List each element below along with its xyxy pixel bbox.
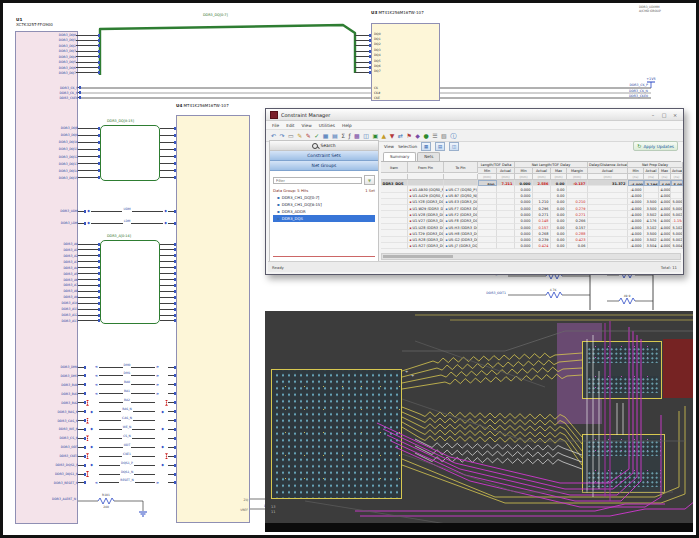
menu-item[interactable]: View	[302, 123, 312, 128]
table-cell[interactable]: 0.00	[551, 243, 567, 249]
tree-header: Data Group: 5 Hits1 Set	[270, 187, 378, 194]
title-bar[interactable]: Constraint Manager – □ ×	[266, 109, 683, 121]
svg-text:DDR3_CK_N: DDR3_CK_N	[629, 89, 649, 93]
markup-icon[interactable]: ✎	[306, 133, 311, 139]
lower-icon[interactable]: ▼	[390, 133, 395, 139]
net-label: DDR3_WE_N	[43, 427, 78, 431]
table-cell[interactable]: 4.000	[659, 243, 671, 249]
wire-label: LDM	[123, 219, 132, 223]
table-cell[interactable]: 0.06	[567, 243, 588, 249]
column-header[interactable]: To Pin	[444, 162, 478, 173]
svg-text:R101: R101	[102, 493, 110, 497]
tree-item[interactable]: DDR3_DQS	[273, 215, 375, 222]
table-cell[interactable]: -4.000	[628, 243, 644, 249]
svg-text:49.9: 49.9	[624, 294, 631, 298]
wire-label: CS_N	[122, 434, 132, 438]
swap-icon[interactable]: ⇄	[398, 133, 403, 139]
horizontal-scrollbar[interactable]	[381, 253, 681, 260]
close-button[interactable]: ×	[671, 112, 679, 118]
status-icon[interactable]: ●	[423, 133, 428, 139]
list-icon[interactable]: ☰	[432, 133, 437, 139]
table-cell[interactable]	[588, 243, 628, 249]
table-cell[interactable]	[381, 243, 408, 249]
formula-icon[interactable]: ƒ	[348, 133, 350, 139]
edit-icon[interactable]: ✎	[297, 133, 302, 139]
split-view-icon[interactable]: ◫	[449, 142, 459, 151]
filter-apply-button[interactable]: ▼	[364, 175, 375, 185]
net-label: DDR3_RESET_N	[43, 481, 78, 485]
table-cell[interactable]: 3.504	[644, 243, 659, 249]
filter-icon[interactable]: ▩	[354, 133, 360, 139]
net-label: DDR3_UDM	[43, 209, 78, 213]
net-label: DDR3_CKE1	[43, 454, 78, 458]
tree-item[interactable]: DDR3_CH1_DQ[0:7]	[273, 194, 375, 201]
series-resistor-icon	[86, 435, 89, 441]
svg-text:240: 240	[103, 505, 109, 509]
redo-icon[interactable]: ↷	[280, 133, 285, 139]
nav-item-net-groups[interactable]: Net Groups	[270, 161, 378, 171]
menu-bar: FileEditViewUtilitiesHelp	[266, 121, 683, 130]
wire-label: WE_N	[122, 425, 133, 429]
wire-label: ODT	[123, 443, 132, 447]
list-view-icon[interactable]: ▤	[435, 142, 445, 151]
filter-input[interactable]	[273, 177, 362, 184]
maximize-button[interactable]: □	[660, 112, 668, 118]
search-header[interactable]: Search	[270, 141, 378, 151]
table-cell[interactable]: U1-R27 (DDR3_DQ7)	[408, 243, 444, 249]
table-icon[interactable]: ▦	[323, 133, 329, 139]
menu-item[interactable]: Edit	[286, 123, 294, 128]
columns-icon[interactable]: ◫	[363, 133, 369, 139]
series-resistor-icon	[86, 418, 89, 424]
net-label: DDR3_BA0	[43, 383, 78, 387]
net-label: DDR3_A5	[43, 272, 78, 276]
flag-icon[interactable]: ⚑	[406, 133, 411, 139]
u3-stub-pins	[355, 33, 371, 75]
rows-icon[interactable]: ▤	[332, 133, 338, 139]
origin-mark: +	[405, 369, 408, 374]
pcb-trace	[391, 339, 641, 501]
minimize-button[interactable]: –	[649, 112, 657, 118]
info-icon[interactable]: ⓘ	[450, 133, 456, 139]
net-label: DDR3_DQ11	[43, 147, 78, 151]
table-cell[interactable]	[497, 243, 515, 249]
net-label: DDR3_DM0	[43, 365, 78, 369]
tab[interactable]: Nets	[417, 152, 440, 161]
pcb-layout-view[interactable]: 1311 + +	[265, 311, 693, 532]
column-header[interactable]: From Pin	[408, 162, 444, 173]
tab[interactable]: Summary	[383, 152, 416, 161]
table-cell[interactable]: U5-J7 (DDR3_DQ7)	[444, 243, 478, 249]
scrollbar-thumb[interactable]	[383, 255, 453, 258]
net-label: DDR3_DQ10	[43, 140, 78, 144]
table-row[interactable]: U1-R27 (DDR3_DQ7)U5-J7 (DDR3_DQ7)0.0000.…	[381, 243, 681, 249]
status-bar: ReadyTotal: 11	[268, 261, 681, 272]
grid-view-icon[interactable]: ▦	[421, 142, 431, 151]
tree-item[interactable]: DDR3_ADDR	[273, 208, 375, 215]
undo-icon[interactable]: ↶	[271, 133, 276, 139]
table-cell[interactable]: 5.004	[671, 243, 683, 249]
menu-item[interactable]: Help	[342, 123, 352, 128]
table-cell[interactable]	[478, 243, 497, 249]
constraint-manager-window[interactable]: Constraint Manager – □ × FileEditViewUti…	[265, 108, 684, 275]
verify-icon[interactable]: ✓	[314, 133, 319, 139]
u1-addr-pins: DDR3_A0DDR3_A1DDR3_A2DDR3_A3DDR3_A4DDR3_…	[43, 242, 176, 323]
net-label: DDR3_RAS_N	[43, 410, 78, 414]
menu-item[interactable]: Utilities	[319, 123, 335, 128]
menu-item[interactable]: File	[272, 123, 279, 128]
column-header[interactable]: Item	[381, 162, 408, 173]
nav-item-constraint-sets[interactable]: Constraint Sets	[270, 151, 378, 161]
levels-icon[interactable]: ◆	[415, 133, 420, 139]
hatch-icon[interactable]: ▧	[441, 133, 447, 139]
apply-updates-button[interactable]: ↻ Apply Updates	[633, 141, 678, 151]
net-label: DDR3_DQ7	[43, 71, 76, 75]
table-cell[interactable]: 0.424	[533, 243, 551, 249]
sum-icon[interactable]: Σ	[341, 133, 345, 139]
net-label: DDR3_A13	[43, 319, 78, 323]
tree-item[interactable]: DDR3_CH1_DQ[8:15]	[273, 201, 375, 208]
net-label: DDR3_DQ1	[43, 38, 76, 42]
raise-icon[interactable]: ▲	[382, 133, 387, 139]
u4-symbol[interactable]	[176, 115, 250, 523]
select-icon[interactable]: ▭	[288, 133, 294, 139]
apply-icon[interactable]: ▣	[372, 133, 378, 139]
sheet-note: DDR3_UDIMMA/CMD GROUP	[639, 6, 661, 13]
table-cell[interactable]: 0.000	[515, 243, 533, 249]
